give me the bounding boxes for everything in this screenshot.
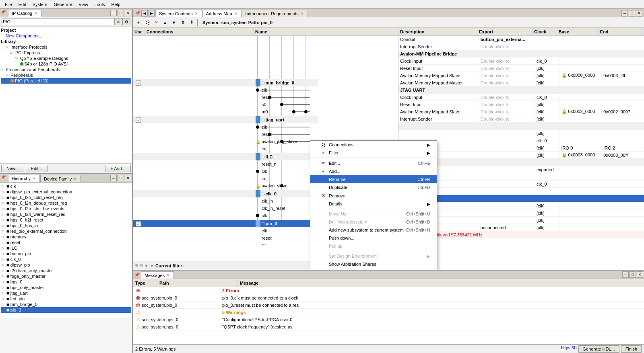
pio-avsi-item[interactable]: 64b or 128b PIO AVSI <box>1 61 131 67</box>
menu-system[interactable]: System <box>29 1 51 8</box>
hier-hps-h2f[interactable]: ▷■ hps_0_h2f_reset <box>1 217 131 223</box>
toolbar-delete-btn[interactable]: ✕ <box>152 18 160 27</box>
hierarchy-tab[interactable]: Hierarchy ✕ <box>8 175 40 182</box>
toolbar-connections-btn[interactable]: ⛓ <box>143 18 151 27</box>
new-component-item[interactable]: New Component... <box>1 33 131 39</box>
hier-hps0[interactable]: ▷■ hps_0 <box>1 279 131 285</box>
hier-jtag[interactable]: ▷■ jtag_uart <box>1 290 131 296</box>
ctx-details[interactable]: Details ▶ <box>310 200 437 208</box>
hier-minimize[interactable]: ─ <box>110 175 117 181</box>
ip-catalog-tab[interactable]: IP Catalog ✕ <box>8 10 41 17</box>
hier-hps-stm[interactable]: ▷■ hps_0_f2h_stm_hw_events <box>1 206 131 211</box>
hier-hps-master[interactable]: ▷■ hps_only_master <box>1 285 131 290</box>
hier-hps-debug[interactable]: ▷■ hps_0_f2h_debug_reset_req <box>1 200 131 206</box>
ctx-remove[interactable]: ✕ Remove <box>310 191 437 200</box>
context-menu[interactable]: ⛓ Connections ▶ ▼ Filter ▶ ✏ Edit... Ctr… <box>310 140 437 270</box>
ctx-edit[interactable]: ✏ Edit... Ctrl+E <box>310 159 437 167</box>
system-contents-tab[interactable]: System Contents ✕ <box>155 10 202 17</box>
ctx-filter[interactable]: ▼ Filter ▶ <box>310 149 437 157</box>
messages-tab-close[interactable]: ✕ <box>166 273 170 277</box>
ctx-push-down[interactable]: Push down... <box>310 234 437 242</box>
hier-clk[interactable]: ▷■ clk <box>1 183 131 189</box>
generate-hdl-btn[interactable]: Generate HDL... <box>578 345 619 353</box>
ctx-set-design-env[interactable]: Set Design Environment ▶ <box>310 252 437 260</box>
minimize-btn[interactable]: ─ <box>110 10 117 16</box>
finish-btn[interactable]: Finish <box>621 345 642 353</box>
pio-item[interactable]: PIO (Parallel I/O) <box>1 78 131 84</box>
toolbar-top-btn[interactable]: ⬆ <box>179 18 187 27</box>
messages-pin-btn[interactable]: 📌 <box>134 271 140 278</box>
hier-reset[interactable]: ▷■ reset <box>1 240 131 245</box>
ip-search-clear[interactable]: ✕ <box>114 18 122 25</box>
close-btn[interactable]: ✕ <box>125 10 131 16</box>
maximize-btn[interactable]: □ <box>118 10 124 16</box>
ctx-add[interactable]: + Add... <box>310 167 437 175</box>
toolbar-up-btn[interactable]: ▲ <box>161 18 169 27</box>
qsys-example-item[interactable]: ▽ QSYS Example Designs <box>1 55 131 61</box>
toolbar-add-btn[interactable]: + <box>134 18 142 27</box>
device-tab-close[interactable]: ✕ <box>73 177 77 181</box>
toolbar-bottom-btn[interactable]: ⬇ <box>188 18 196 27</box>
msg-maximize[interactable]: □ <box>630 271 636 278</box>
ctx-pull-up[interactable]: Pull up <box>310 242 437 250</box>
hier-mm-bridge[interactable]: ▷■ mm_bridge_0 <box>1 302 131 307</box>
ctx-add-subsystem[interactable]: Add new subsystem to current system Ctrl… <box>310 226 437 234</box>
hier-hps-cold[interactable]: ▷■ hps_0_f2h_cold_reset_req <box>1 195 131 200</box>
menu-view[interactable]: View <box>75 1 91 8</box>
hier-pio0[interactable]: ▷■ pio_0 <box>1 307 131 313</box>
ctx-rename[interactable]: Rename Ctrl+R <box>310 175 437 183</box>
ctx-connections[interactable]: ⛓ Connections ▶ <box>310 141 437 149</box>
address-map-tab[interactable]: Address Map ✕ <box>202 10 242 17</box>
right-minimize[interactable]: ─ <box>621 10 628 16</box>
ctx-duplicate[interactable]: Duplicate Ctrl+D <box>310 183 437 191</box>
hier-led[interactable]: ▷■ led_pio_external_connection <box>1 228 131 234</box>
menu-edit[interactable]: Edit <box>15 1 29 8</box>
add-button[interactable]: + Add... <box>105 165 131 172</box>
menu-file[interactable]: File <box>2 1 15 8</box>
hier-button-pio[interactable]: ▷■ button_pio <box>1 251 131 257</box>
menu-help[interactable]: Help <box>108 1 124 8</box>
right-nav-right[interactable]: ▶ <box>148 10 155 16</box>
ctx-drill[interactable]: Drill into subsystem Ctrl+Shift+D <box>310 218 437 226</box>
hier-hps-io[interactable]: ▷■ hps_0_hps_io <box>1 223 131 228</box>
processors-item[interactable]: ▷ Processors and Peripherals <box>1 67 131 72</box>
msg-minimize[interactable]: ─ <box>622 271 629 278</box>
interconnect-tab-close[interactable]: ✕ <box>300 12 304 16</box>
hier-ilc[interactable]: ▷■ ILC <box>1 245 131 251</box>
ctx-move-up[interactable]: Move Up Ctrl+Shift+U <box>310 210 437 218</box>
hier-hps-warm[interactable]: ▷■ hps_0_f2h_warm_reset_req <box>1 211 131 217</box>
msg-close[interactable]: ✕ <box>637 271 643 278</box>
hierarchy-tab-close[interactable]: ✕ <box>32 176 36 181</box>
hier-dipsw[interactable]: ▷■ dipsw_pio_external_connection <box>1 189 131 195</box>
ip-search-input[interactable] <box>2 18 114 25</box>
pin-btn[interactable]: 📌 <box>1 10 7 16</box>
hier-memory[interactable]: ▷■ memory <box>1 234 131 240</box>
hier-maximize[interactable]: □ <box>118 175 124 181</box>
right-close[interactable]: ✕ <box>636 10 642 16</box>
ctx-show-arb[interactable]: Show Arbitration Shares <box>310 260 437 268</box>
right-nav-left[interactable]: ◀ <box>141 10 148 16</box>
new-button[interactable]: New... <box>1 165 24 172</box>
hier-close[interactable]: ✕ <box>125 175 131 181</box>
edit-button[interactable]: Edit... <box>26 165 47 172</box>
menu-generate[interactable]: Generate <box>50 1 75 8</box>
ip-catalog-tab-close[interactable]: ✕ <box>34 11 38 15</box>
peripherals-item[interactable]: ▽ Peripherals <box>1 72 131 78</box>
menu-tools[interactable]: Tools <box>91 1 108 8</box>
right-pin-btn[interactable]: 📌 <box>134 10 141 16</box>
pci-express-item[interactable]: ▷ PCI Express <box>1 50 131 55</box>
interconnect-tab[interactable]: Interconnect Requirements ✕ <box>242 10 308 17</box>
addr-tab-close[interactable]: ✕ <box>234 12 238 16</box>
hierarchy-pin-btn[interactable]: 📌 <box>1 175 7 181</box>
messages-tab[interactable]: Messages ✕ <box>141 271 174 279</box>
hier-led-pio[interactable]: ▷■ led_pio <box>1 296 131 302</box>
device-family-tab[interactable]: Device Family ✕ <box>40 175 81 182</box>
right-maximize[interactable]: □ <box>629 10 635 16</box>
hier-dipsw-pio[interactable]: ▷■ dipsw_pio <box>1 262 131 268</box>
interface-protocols-item[interactable]: ▷ Interface Protocols <box>1 44 131 50</box>
ip-search-settings[interactable]: ⚙ <box>122 18 130 25</box>
hier-clk0[interactable]: ▷■ clk_0 <box>1 257 131 262</box>
toolbar-down-btn[interactable]: ▼ <box>170 18 178 27</box>
sys-tab-close[interactable]: ✕ <box>194 12 198 16</box>
hier-fpga[interactable]: ▷■ fpga_only_master <box>1 273 131 279</box>
